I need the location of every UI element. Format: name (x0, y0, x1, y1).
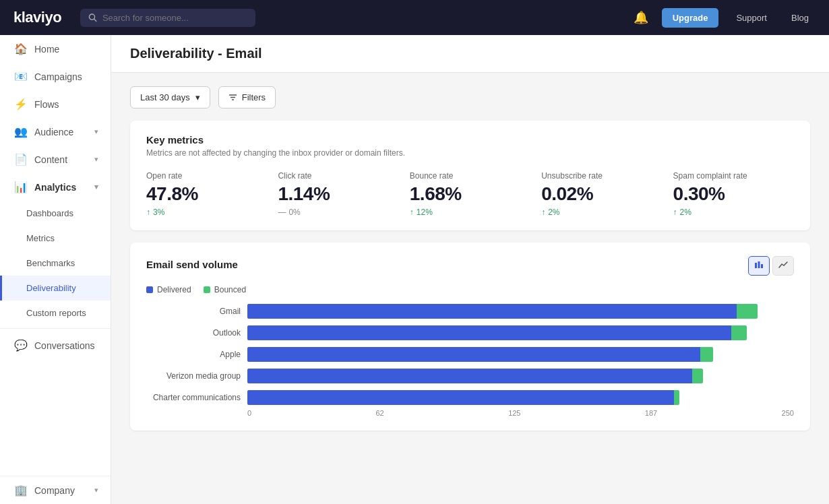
metric-change: — 0% (278, 208, 398, 217)
metric-value: 1.14% (278, 183, 398, 205)
sidebar-item-label: Analytics (34, 182, 76, 193)
bar-track (247, 390, 794, 405)
metric-label: Bounce rate (410, 171, 530, 181)
search-input[interactable] (102, 13, 247, 23)
sidebar-item-custom-reports[interactable]: Custom reports (0, 301, 111, 325)
arrow-up-icon: ↑ (673, 208, 677, 217)
sidebar-item-analytics[interactable]: 📊 Analytics ▾ (0, 173, 111, 201)
x-axis-tick: 250 (782, 409, 794, 417)
chevron-down-icon: ▾ (94, 183, 98, 191)
bar-fill-delivered (247, 347, 700, 362)
support-button[interactable]: Support (729, 9, 774, 27)
bar-label: Apple (146, 350, 241, 359)
line-chart-button[interactable] (772, 256, 794, 276)
legend-bounced: Bounced (204, 285, 246, 294)
sidebar-item-label: Content (34, 154, 67, 165)
home-icon: 🏠 (14, 42, 28, 55)
metric-open-rate: Open rate 47.8% ↑ 3% (146, 171, 267, 217)
upgrade-button[interactable]: Upgrade (662, 8, 719, 28)
bar-row: Charter communications (146, 390, 794, 405)
page-body: Last 30 days ▾ Filters Key metrics Metri… (111, 73, 829, 444)
metric-unsubscribe-rate: Unsubscribe rate 0.02% ↑ 2% (541, 171, 662, 217)
sidebar-item-label: Audience (34, 127, 73, 137)
svg-line-1 (94, 19, 96, 21)
sidebar-item-metrics[interactable]: Metrics (0, 226, 111, 251)
metric-change: ↑ 12% (410, 208, 530, 217)
key-metrics-subtitle: Metrics are not affected by changing the… (146, 148, 794, 158)
metric-value: 1.68% (410, 183, 530, 205)
sidebar-item-label: Dashboards (26, 208, 73, 218)
logo: klaviyo (13, 9, 61, 26)
content-area: Deliverability - Email Last 30 days ▾ Fi… (111, 35, 829, 504)
blog-button[interactable]: Blog (785, 9, 816, 27)
search-icon (88, 13, 97, 22)
chevron-down-icon: ▾ (94, 127, 98, 136)
bar-label: Verizon media group (146, 371, 241, 381)
sidebar-item-home[interactable]: 🏠 Home (0, 35, 111, 63)
sidebar-item-label: Company (34, 485, 75, 496)
metric-bounce-rate: Bounce rate 1.68% ↑ 12% (410, 171, 530, 217)
sidebar-item-campaigns[interactable]: 📧 Campaigns (0, 63, 111, 90)
top-navigation: klaviyo 🔔 Upgrade Support Blog (0, 0, 829, 35)
sidebar-item-company[interactable]: 🏢 Company ▾ (0, 476, 111, 504)
sidebar-item-dashboards[interactable]: Dashboards (0, 201, 111, 226)
chevron-down-icon: ▾ (94, 155, 98, 164)
email-volume-card: Email send volume (130, 243, 810, 431)
sidebar-item-label: Benchmarks (26, 258, 75, 268)
legend-delivered-dot (146, 286, 153, 293)
svg-rect-5 (755, 263, 757, 268)
metric-change: ↑ 2% (541, 208, 662, 217)
chart-controls (748, 256, 794, 276)
filter-icon (228, 93, 237, 102)
bar-chart-button[interactable] (748, 256, 770, 276)
sidebar-item-content[interactable]: 📄 Content ▾ (0, 146, 111, 173)
bar-chart-icon (754, 260, 764, 270)
metric-value: 0.02% (541, 183, 662, 205)
metric-change: ↑ 3% (146, 208, 267, 217)
metrics-grid: Open rate 47.8% ↑ 3% Click rate 1.14% — … (146, 171, 794, 217)
bar-fill-delivered (247, 304, 737, 319)
bar-fill-bounced (737, 304, 758, 319)
legend-delivered-label: Delivered (157, 285, 191, 294)
metric-label: Click rate (278, 171, 398, 181)
sidebar: 🏠 Home 📧 Campaigns ⚡ Flows 👥 Audience ▾ … (0, 35, 111, 504)
bar-fill-bounced (731, 325, 747, 340)
sidebar-divider (0, 328, 111, 329)
bar-label: Outlook (146, 328, 241, 338)
sidebar-item-conversations[interactable]: 💬 Conversations (0, 332, 111, 359)
svg-rect-7 (761, 264, 763, 268)
metric-value: 0.30% (673, 183, 794, 205)
bar-fill-delivered (247, 390, 674, 405)
x-axis-tick: 0 (247, 409, 251, 417)
sidebar-item-benchmarks[interactable]: Benchmarks (0, 251, 111, 276)
sidebar-item-flows[interactable]: ⚡ Flows (0, 90, 111, 118)
bar-fill-bounced (674, 390, 679, 405)
search-bar[interactable] (80, 9, 255, 27)
sidebar-item-audience[interactable]: 👥 Audience ▾ (0, 118, 111, 146)
bar-label: Gmail (146, 307, 241, 316)
sidebar-item-label: Home (34, 44, 59, 55)
date-range-picker[interactable]: Last 30 days ▾ (130, 86, 210, 108)
bar-row: Outlook (146, 325, 794, 340)
sidebar-item-label: Campaigns (34, 71, 82, 82)
bar-track (247, 304, 794, 319)
x-axis-tick: 187 (645, 409, 657, 417)
arrow-up-icon: ↑ (541, 208, 545, 217)
sidebar-item-label: Conversations (34, 340, 95, 351)
analytics-icon: 📊 (14, 181, 28, 193)
notification-bell-icon[interactable]: 🔔 (631, 7, 651, 28)
filters-label: Filters (242, 92, 266, 102)
bar-track (247, 325, 794, 340)
content-icon: 📄 (14, 153, 28, 166)
svg-rect-6 (758, 261, 760, 268)
x-axis-tick: 125 (508, 409, 520, 417)
filters-button[interactable]: Filters (218, 86, 276, 108)
arrow-up-icon: ↑ (146, 208, 150, 217)
legend-delivered: Delivered (146, 285, 191, 294)
metric-label: Spam complaint rate (673, 171, 794, 181)
sidebar-item-label: Custom reports (26, 308, 86, 318)
arrow-flat-icon: — (278, 208, 286, 217)
bar-chart: GmailOutlookAppleVerizon media groupChar… (146, 304, 794, 405)
conversations-icon: 💬 (14, 339, 28, 352)
sidebar-item-deliverability[interactable]: Deliverability (0, 276, 111, 301)
